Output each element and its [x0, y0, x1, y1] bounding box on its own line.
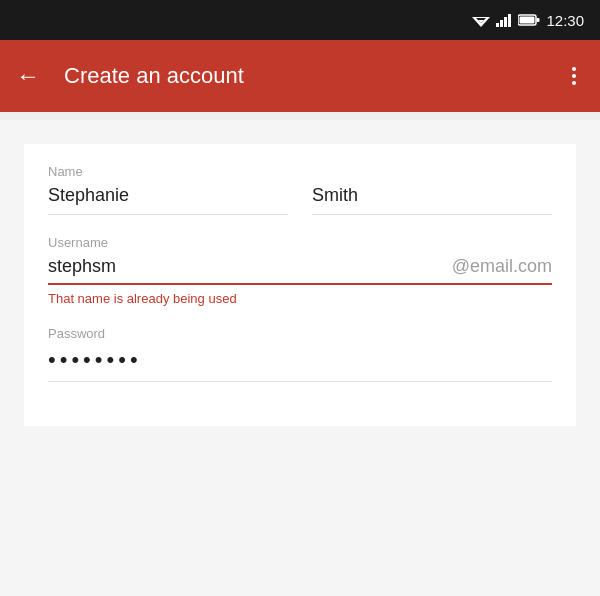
username-label: Username — [48, 235, 552, 250]
content-area: Name Stephanie Smith Username @email.com… — [0, 120, 600, 426]
svg-rect-3 — [496, 23, 499, 27]
password-field-group: Password •••••••• — [48, 326, 552, 382]
svg-rect-9 — [537, 18, 540, 22]
status-icons: 12:30 — [472, 12, 584, 29]
dot-2 — [572, 74, 576, 78]
last-name-value[interactable]: Smith — [312, 185, 552, 215]
dot-3 — [572, 81, 576, 85]
password-input[interactable]: •••••••• — [48, 347, 552, 382]
wifi-icon — [472, 13, 490, 27]
toolbar-divider — [0, 112, 600, 120]
status-time: 12:30 — [546, 12, 584, 29]
username-field-group: Username @email.com That name is already… — [48, 235, 552, 306]
svg-rect-5 — [504, 17, 507, 27]
email-suffix: @email.com — [452, 256, 552, 277]
toolbar: ← Create an account — [0, 40, 600, 112]
name-row: Stephanie Smith — [48, 185, 552, 215]
form-section: Name Stephanie Smith Username @email.com… — [24, 144, 576, 426]
svg-rect-6 — [508, 14, 511, 27]
username-error: That name is already being used — [48, 291, 552, 306]
username-input[interactable] — [48, 256, 452, 277]
svg-rect-8 — [520, 17, 535, 24]
battery-icon — [518, 14, 540, 26]
name-label: Name — [48, 164, 552, 179]
toolbar-title: Create an account — [64, 63, 548, 89]
back-button[interactable]: ← — [8, 54, 48, 98]
last-name-field: Smith — [312, 185, 552, 215]
svg-rect-4 — [500, 20, 503, 27]
first-name-value[interactable]: Stephanie — [48, 185, 288, 215]
username-row: @email.com — [48, 256, 552, 285]
first-name-field: Stephanie — [48, 185, 288, 215]
signal-icon — [496, 13, 512, 27]
dot-1 — [572, 67, 576, 71]
password-label: Password — [48, 326, 552, 341]
status-bar: 12:30 — [0, 0, 600, 40]
name-field-group: Name Stephanie Smith — [48, 164, 552, 215]
more-menu-button[interactable] — [564, 59, 584, 93]
